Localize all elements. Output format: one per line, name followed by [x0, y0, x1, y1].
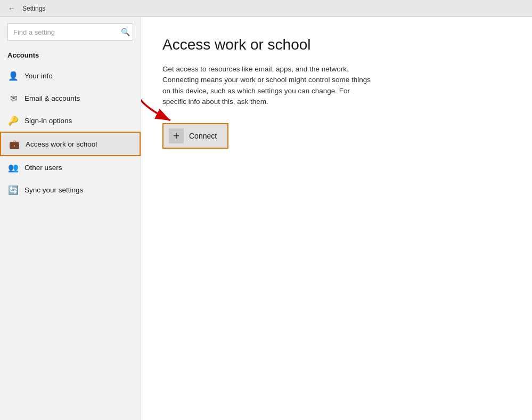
search-input[interactable]: [7, 23, 133, 41]
search-container: 🔍: [7, 23, 133, 41]
sign-in-icon: 🔑: [7, 115, 19, 126]
search-button[interactable]: 🔍: [121, 28, 130, 36]
sign-in-label: Sign-in options: [24, 117, 72, 125]
email-accounts-label: Email & accounts: [24, 94, 80, 102]
connect-button[interactable]: + Connect: [162, 123, 228, 149]
other-users-label: Other users: [24, 164, 62, 172]
page-title: Access work or school: [162, 36, 511, 53]
other-users-icon: 👥: [7, 161, 19, 173]
sidebar: 🔍 Accounts 👤Your info✉Email & accounts🔑S…: [0, 17, 141, 420]
connect-button-wrapper: + Connect: [162, 123, 228, 149]
plus-icon: +: [169, 128, 184, 143]
access-work-school-icon: 💼: [9, 138, 20, 150]
sidebar-items: 👤Your info✉Email & accounts🔑Sign-in opti…: [0, 64, 141, 201]
search-icon: 🔍: [121, 28, 130, 36]
content-area: Access work or school Get access to reso…: [141, 17, 532, 420]
title-bar: ← Settings: [0, 0, 532, 17]
main-layout: 🔍 Accounts 👤Your info✉Email & accounts🔑S…: [0, 17, 532, 420]
your-info-icon: 👤: [7, 70, 19, 82]
sidebar-item-other-users[interactable]: 👥Other users: [0, 156, 141, 179]
your-info-label: Your info: [24, 72, 53, 80]
sidebar-section-title: Accounts: [0, 49, 141, 64]
sidebar-item-sync-settings[interactable]: 🔄Sync your settings: [0, 179, 141, 201]
sync-settings-label: Sync your settings: [24, 186, 83, 194]
sidebar-item-access-work-school[interactable]: 💼Access work or school: [0, 132, 141, 156]
content-description: Get access to resources like email, apps…: [162, 64, 375, 107]
back-button[interactable]: ←: [6, 3, 17, 14]
email-accounts-icon: ✉: [7, 92, 19, 104]
sidebar-item-email-accounts[interactable]: ✉Email & accounts: [0, 87, 141, 109]
access-work-school-label: Access work or school: [26, 140, 97, 148]
connect-label: Connect: [189, 132, 217, 140]
sidebar-item-sign-in[interactable]: 🔑Sign-in options: [0, 109, 141, 132]
sidebar-item-your-info[interactable]: 👤Your info: [0, 64, 141, 87]
sync-settings-icon: 🔄: [7, 184, 19, 196]
window-title: Settings: [22, 5, 45, 12]
